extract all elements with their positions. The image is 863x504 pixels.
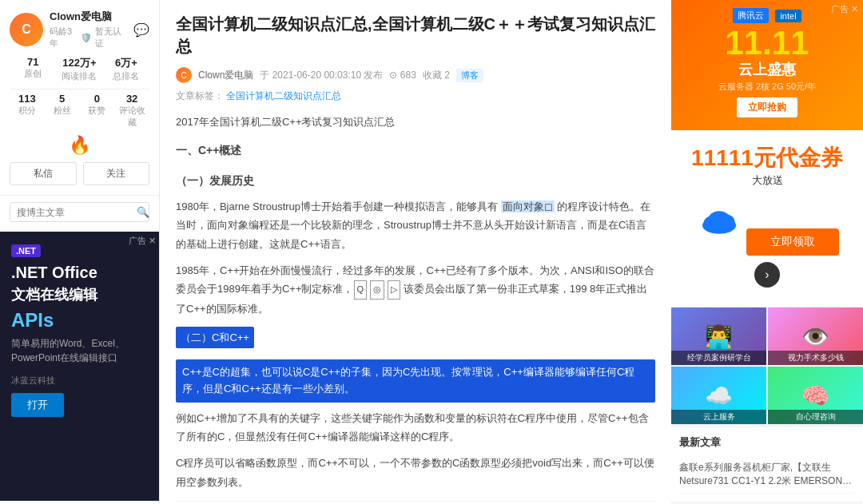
ad-title-line2: 文档在线编辑 xyxy=(11,286,148,304)
stat-likes-num: 0 xyxy=(80,93,115,105)
article-title: 全国计算机二级知识点汇总,全国计算机二级C＋＋考试复习知识点汇总 xyxy=(176,13,655,58)
right-ad-banner: 广告 ✕ 腾讯云 intel 11.11 云上盛惠 云服务器 2核 2G 50元… xyxy=(671,0,863,130)
article-intro: 2017年全国计算机二级C++考试复习知识点汇总 xyxy=(176,113,655,131)
username: Clown爱电脑 xyxy=(50,10,127,24)
gold-amount: 11111元代金券 xyxy=(684,143,850,173)
stat-score-label: 积分 xyxy=(10,105,45,117)
stat-original-num: 71 xyxy=(10,56,56,68)
coding-years: 码龄3年 xyxy=(50,26,78,50)
article-p6: C程序员可以省略函数原型，而C++不可以，一个不带参数的C函数原型必须把void… xyxy=(176,454,655,491)
article-heading2: （一）发展历史 xyxy=(176,171,655,191)
shield-icon: 🛡️ xyxy=(81,33,92,43)
thumbnail-2[interactable]: ☁️ 云上服务 xyxy=(671,367,766,424)
verified-status: 暂无认证 xyxy=(95,26,127,50)
stat-likes-label: 获赞 xyxy=(80,105,115,117)
thumbnail-label-3: 自心理咨询 xyxy=(768,410,863,424)
section-heading-highlight: （二）C和C++ xyxy=(176,327,254,348)
action-buttons: 私信 关注 xyxy=(10,162,149,185)
stat-original-label: 原创 xyxy=(10,68,56,80)
stat-comments-num: 32 xyxy=(114,93,149,105)
right-ad-close-icon[interactable]: 广告 ✕ xyxy=(831,3,858,15)
latest-item-title-0: 鑫联e系列服务器机柜厂家,【文联生 Netsure731 CC1-Y1 2.2米… xyxy=(679,461,855,488)
user-stats-row1: 71 原创 122万+ 阅读排名 6万+ 总排名 xyxy=(10,56,149,82)
ad-sub-promo: 云服务器 2核 2G 50元/年 xyxy=(679,81,855,93)
message-button[interactable]: 私信 xyxy=(10,162,77,185)
stat-read-num: 122万+ xyxy=(56,56,102,70)
article-heading1: 一、C++概述 xyxy=(176,141,655,161)
stat-total-num: 6万+ xyxy=(103,56,149,70)
avatar: C xyxy=(10,13,43,46)
highlight-link[interactable]: 面向对象◻ xyxy=(501,200,555,212)
publish-date: 于 2021-06-20 00:03:10 发布 xyxy=(260,69,383,82)
thumbnail-3[interactable]: 🧠 自心理咨询 xyxy=(768,367,863,424)
ad-title-line1: .NET Office xyxy=(11,262,148,283)
main-content: 全国计算机二级知识点汇总,全国计算机二级C＋＋考试复习知识点汇总 C Clown… xyxy=(160,0,671,504)
search-icon[interactable]: 🔍 xyxy=(137,206,149,218)
gold-desc: 大放送 xyxy=(684,173,850,188)
latest-articles-title: 最新文章 xyxy=(679,435,855,450)
thumbnail-label-2: 云上服务 xyxy=(671,410,766,424)
stat-comments-label: 评论收藏 xyxy=(114,105,149,129)
thumbnail-grid: 👨‍💻 经学员案例研学台 👁️ 视力手术多少钱 ☁️ 云上服务 🧠 自心理咨询 xyxy=(671,308,863,424)
article-tag[interactable]: 博客 xyxy=(456,69,483,82)
search-box: 🔍 xyxy=(10,202,149,222)
search-input[interactable] xyxy=(17,207,137,218)
stat-likes: 0 获赞 xyxy=(80,93,115,129)
collection-count: 收藏 2 xyxy=(423,69,450,82)
next-arrow-button[interactable]: › xyxy=(754,262,780,288)
cloud-icon xyxy=(695,205,743,237)
stat-score: 113 积分 xyxy=(10,93,45,129)
user-info: Clown爱电脑 码龄3年 🛡️ 暂无认证 xyxy=(50,10,127,50)
left-sidebar: C Clown爱电脑 码龄3年 🛡️ 暂无认证 💬 71 原创 122万+ 阅读… xyxy=(0,0,160,504)
user-meta: 码龄3年 🛡️ 暂无认证 xyxy=(50,26,127,50)
thumbnail-1[interactable]: 👁️ 视力手术多少钱 xyxy=(768,308,863,365)
latest-item-0[interactable]: 鑫联e系列服务器机柜厂家,【文联生 Netsure731 CC1-Y1 2.2米… xyxy=(679,456,855,494)
thumbnail-label-1: 视力手术多少钱 xyxy=(768,351,863,365)
thumbnail-label-0: 经学员案例研学台 xyxy=(671,351,766,365)
ad-title-line3: APIs xyxy=(11,308,148,332)
ad-top-logos: 腾讯云 intel xyxy=(679,8,855,23)
highlight-paragraph: C++是C的超集，也可以说C是C++的子集，因为C先出现。按常理说，C++编译器… xyxy=(176,359,655,403)
ad-date-badge: 11.11 xyxy=(679,26,855,60)
chat-icon: 💬 xyxy=(133,22,149,38)
stat-read: 122万+ 阅读排名 xyxy=(56,56,102,82)
stat-original: 71 原创 xyxy=(10,56,56,82)
right-sidebar: 广告 ✕ 腾讯云 intel 11.11 云上盛惠 云服务器 2核 2G 50元… xyxy=(671,0,863,504)
intel-logo: intel xyxy=(775,10,801,22)
tencent-logo: 腾讯云 xyxy=(733,8,769,23)
sidebar-ad: 广告 ✕ .NET .NET Office 文档在线编辑 APIs 简单易用的W… xyxy=(0,232,159,501)
article-p3: 1985年，C++开始在外面慢慢流行，经过多年的发展，C++已经有了多个版本。为… xyxy=(176,261,655,319)
stat-comments: 32 评论收藏 xyxy=(114,93,149,129)
user-stats-row2: 113 积分 5 粉丝 0 获赞 32 评论收藏 xyxy=(10,93,149,129)
follow-button[interactable]: 关注 xyxy=(83,162,150,185)
stat-read-label: 阅读排名 xyxy=(56,70,102,82)
article-p5: 例如C++增加了不具有的关键字，这些关键字能作为函数和变量的标识符在C程序中使用… xyxy=(176,409,655,446)
dotnet-badge: .NET xyxy=(11,244,41,257)
article-meta: C Clown爱电脑 于 2021-06-20 00:03:10 发布 ⊙ 68… xyxy=(176,67,655,83)
ad-cloud-button[interactable]: 立即抢购 xyxy=(737,97,797,117)
author-avatar: C xyxy=(176,67,192,83)
ad-description: 简单易用的Word、Excel、PowerPoint在线编辑接口 xyxy=(11,336,148,365)
stat-fans-label: 粉丝 xyxy=(45,105,80,117)
author-name[interactable]: Clown爱电脑 xyxy=(198,69,253,82)
latest-articles: 最新文章 鑫联e系列服务器机柜厂家,【文联生 Netsure731 CC1-Y1… xyxy=(671,427,863,502)
ad-open-button[interactable]: 打开 xyxy=(11,393,64,417)
ad-close-icon[interactable]: 广告 ✕ xyxy=(129,235,156,247)
claim-button[interactable]: 立即领取 xyxy=(746,228,839,256)
ad-company: 冰蓝云科技 xyxy=(11,375,148,387)
ad-logo: .NET xyxy=(11,244,148,257)
svg-point-3 xyxy=(709,211,730,228)
breadcrumb-link[interactable]: 全国计算机二级知识点汇总 xyxy=(226,90,341,101)
ad-promo-label: 云上盛惠 xyxy=(679,60,855,79)
thumbnail-0[interactable]: 👨‍💻 经学员案例研学台 xyxy=(671,308,766,365)
user-card: C Clown爱电脑 码龄3年 🛡️ 暂无认证 💬 71 原创 122万+ 阅读… xyxy=(0,0,159,196)
article-p2: 1980年，Bjarne Stroustrup博士开始着手创建一种模拟语言，能够… xyxy=(176,197,655,253)
breadcrumb: 文章标签： 全国计算机二级知识点汇总 xyxy=(176,89,655,103)
right-ad-main: 11111元代金券 大放送 立即领取 › xyxy=(671,130,863,308)
stat-fans-num: 5 xyxy=(45,93,80,105)
view-count: ⊙ 683 xyxy=(389,69,416,81)
article-body: 2017年全国计算机二级C++考试复习知识点汇总 一、C++概述 （一）发展历史… xyxy=(176,113,655,491)
breadcrumb-label: 文章标签： xyxy=(176,90,224,101)
stat-score-num: 113 xyxy=(10,93,45,105)
stat-fans: 5 粉丝 xyxy=(45,93,80,129)
